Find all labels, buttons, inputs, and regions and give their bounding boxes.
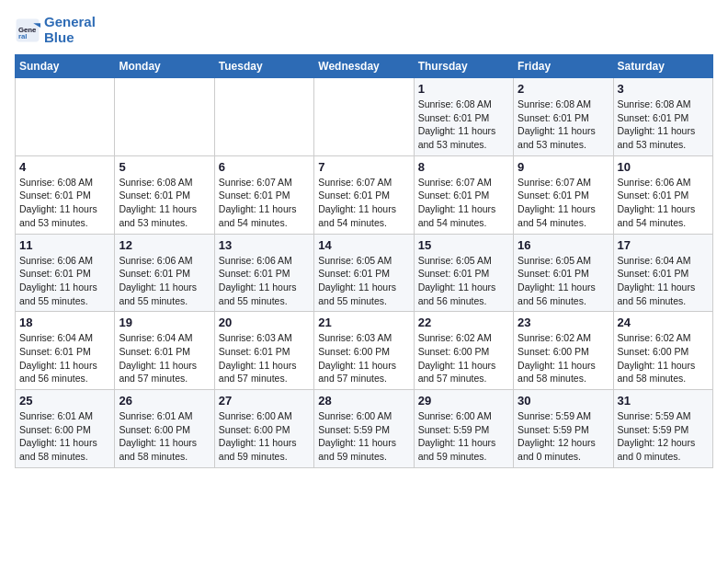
calendar-table: SundayMondayTuesdayWednesdayThursdayFrid… bbox=[15, 54, 713, 468]
day-number: 31 bbox=[618, 394, 709, 408]
calendar-cell: 17Sunrise: 6:04 AM Sunset: 6:01 PM Dayli… bbox=[613, 234, 712, 312]
day-number: 15 bbox=[418, 238, 509, 252]
day-number: 6 bbox=[219, 160, 310, 174]
day-info: Sunrise: 6:06 AM Sunset: 6:01 PM Dayligh… bbox=[119, 254, 210, 308]
weekday-header-saturday: Saturday bbox=[613, 55, 712, 78]
calendar-cell bbox=[16, 78, 115, 156]
day-number: 13 bbox=[219, 238, 310, 252]
day-number: 26 bbox=[119, 394, 210, 408]
logo-line2: Blue bbox=[44, 30, 96, 46]
day-info: Sunrise: 6:05 AM Sunset: 6:01 PM Dayligh… bbox=[418, 254, 509, 308]
day-info: Sunrise: 6:08 AM Sunset: 6:01 PM Dayligh… bbox=[418, 98, 509, 152]
calendar-cell: 15Sunrise: 6:05 AM Sunset: 6:01 PM Dayli… bbox=[414, 234, 513, 312]
day-number: 2 bbox=[518, 82, 609, 96]
day-number: 18 bbox=[19, 316, 110, 329]
day-info: Sunrise: 6:03 AM Sunset: 6:00 PM Dayligh… bbox=[318, 331, 409, 385]
calendar-cell: 5Sunrise: 6:08 AM Sunset: 6:01 PM Daylig… bbox=[115, 155, 214, 234]
day-info: Sunrise: 6:02 AM Sunset: 6:00 PM Dayligh… bbox=[418, 331, 509, 385]
week-row-1: 1Sunrise: 6:08 AM Sunset: 6:01 PM Daylig… bbox=[16, 78, 713, 156]
calendar-cell: 27Sunrise: 6:00 AM Sunset: 6:00 PM Dayli… bbox=[214, 390, 313, 468]
day-number: 4 bbox=[19, 160, 110, 174]
calendar-cell: 29Sunrise: 6:00 AM Sunset: 5:59 PM Dayli… bbox=[414, 390, 513, 468]
calendar-cell: 16Sunrise: 6:05 AM Sunset: 6:01 PM Dayli… bbox=[514, 234, 613, 312]
calendar-cell: 19Sunrise: 6:04 AM Sunset: 6:01 PM Dayli… bbox=[115, 312, 214, 390]
calendar-cell: 4Sunrise: 6:08 AM Sunset: 6:01 PM Daylig… bbox=[16, 155, 115, 234]
calendar-cell: 1Sunrise: 6:08 AM Sunset: 6:01 PM Daylig… bbox=[414, 78, 513, 156]
calendar-cell: 6Sunrise: 6:07 AM Sunset: 6:01 PM Daylig… bbox=[214, 155, 313, 234]
calendar-cell: 14Sunrise: 6:05 AM Sunset: 6:01 PM Dayli… bbox=[314, 234, 414, 312]
calendar-cell: 8Sunrise: 6:07 AM Sunset: 6:01 PM Daylig… bbox=[414, 155, 513, 234]
weekday-header-thursday: Thursday bbox=[414, 55, 513, 78]
day-info: Sunrise: 6:05 AM Sunset: 6:01 PM Dayligh… bbox=[318, 254, 409, 308]
calendar-cell: 26Sunrise: 6:01 AM Sunset: 6:00 PM Dayli… bbox=[115, 390, 214, 468]
day-number: 28 bbox=[318, 394, 409, 408]
week-row-3: 11Sunrise: 6:06 AM Sunset: 6:01 PM Dayli… bbox=[16, 234, 713, 312]
day-info: Sunrise: 6:07 AM Sunset: 6:01 PM Dayligh… bbox=[418, 176, 509, 230]
calendar-cell bbox=[115, 78, 214, 156]
day-info: Sunrise: 6:07 AM Sunset: 6:01 PM Dayligh… bbox=[518, 176, 609, 230]
calendar-cell: 24Sunrise: 6:02 AM Sunset: 6:00 PM Dayli… bbox=[613, 312, 712, 390]
day-number: 30 bbox=[518, 394, 609, 408]
day-info: Sunrise: 6:06 AM Sunset: 6:01 PM Dayligh… bbox=[219, 254, 310, 308]
day-info: Sunrise: 5:59 AM Sunset: 5:59 PM Dayligh… bbox=[518, 409, 609, 464]
day-info: Sunrise: 6:04 AM Sunset: 6:01 PM Dayligh… bbox=[618, 254, 709, 308]
day-info: Sunrise: 6:03 AM Sunset: 6:01 PM Dayligh… bbox=[219, 331, 310, 385]
day-info: Sunrise: 6:06 AM Sunset: 6:01 PM Dayligh… bbox=[618, 176, 709, 230]
day-number: 3 bbox=[618, 82, 709, 96]
calendar-cell: 10Sunrise: 6:06 AM Sunset: 6:01 PM Dayli… bbox=[613, 155, 712, 234]
weekday-header-friday: Friday bbox=[514, 55, 613, 78]
day-number: 10 bbox=[618, 160, 709, 174]
week-row-2: 4Sunrise: 6:08 AM Sunset: 6:01 PM Daylig… bbox=[16, 155, 713, 234]
calendar-cell: 25Sunrise: 6:01 AM Sunset: 6:00 PM Dayli… bbox=[16, 390, 115, 468]
logo: Gene ral General Blue bbox=[15, 15, 96, 45]
day-info: Sunrise: 6:08 AM Sunset: 6:01 PM Dayligh… bbox=[618, 98, 709, 152]
day-number: 11 bbox=[19, 238, 110, 252]
day-number: 29 bbox=[418, 394, 509, 408]
calendar-cell bbox=[214, 78, 313, 156]
day-number: 23 bbox=[518, 316, 609, 329]
day-info: Sunrise: 6:01 AM Sunset: 6:00 PM Dayligh… bbox=[119, 409, 210, 464]
day-info: Sunrise: 6:08 AM Sunset: 6:01 PM Dayligh… bbox=[119, 176, 210, 230]
day-info: Sunrise: 6:08 AM Sunset: 6:01 PM Dayligh… bbox=[19, 176, 110, 230]
calendar-cell: 22Sunrise: 6:02 AM Sunset: 6:00 PM Dayli… bbox=[414, 312, 513, 390]
day-number: 16 bbox=[518, 238, 609, 252]
day-info: Sunrise: 6:00 AM Sunset: 6:00 PM Dayligh… bbox=[219, 409, 310, 464]
logo-icon: Gene ral bbox=[15, 17, 40, 43]
day-info: Sunrise: 6:01 AM Sunset: 6:00 PM Dayligh… bbox=[19, 409, 110, 464]
day-info: Sunrise: 6:05 AM Sunset: 6:01 PM Dayligh… bbox=[518, 254, 609, 308]
calendar-cell: 20Sunrise: 6:03 AM Sunset: 6:01 PM Dayli… bbox=[214, 312, 313, 390]
weekday-header-sunday: Sunday bbox=[16, 55, 115, 78]
calendar-cell: 23Sunrise: 6:02 AM Sunset: 6:00 PM Dayli… bbox=[514, 312, 613, 390]
day-info: Sunrise: 6:07 AM Sunset: 6:01 PM Dayligh… bbox=[219, 176, 310, 230]
calendar-cell: 2Sunrise: 6:08 AM Sunset: 6:01 PM Daylig… bbox=[514, 78, 613, 156]
page-header: Gene ral General Blue bbox=[15, 15, 713, 45]
day-number: 22 bbox=[418, 316, 509, 329]
day-number: 12 bbox=[119, 238, 210, 252]
day-number: 1 bbox=[418, 82, 509, 96]
calendar-cell: 21Sunrise: 6:03 AM Sunset: 6:00 PM Dayli… bbox=[314, 312, 414, 390]
day-info: Sunrise: 6:06 AM Sunset: 6:01 PM Dayligh… bbox=[19, 254, 110, 308]
day-info: Sunrise: 6:02 AM Sunset: 6:00 PM Dayligh… bbox=[618, 331, 709, 385]
calendar-cell: 18Sunrise: 6:04 AM Sunset: 6:01 PM Dayli… bbox=[16, 312, 115, 390]
day-info: Sunrise: 6:04 AM Sunset: 6:01 PM Dayligh… bbox=[119, 331, 210, 385]
day-number: 20 bbox=[219, 316, 310, 329]
day-number: 7 bbox=[318, 160, 409, 174]
calendar-cell: 11Sunrise: 6:06 AM Sunset: 6:01 PM Dayli… bbox=[16, 234, 115, 312]
logo-line1: General bbox=[44, 15, 96, 30]
day-info: Sunrise: 6:00 AM Sunset: 5:59 PM Dayligh… bbox=[418, 409, 509, 464]
calendar-cell: 28Sunrise: 6:00 AM Sunset: 5:59 PM Dayli… bbox=[314, 390, 414, 468]
day-number: 5 bbox=[119, 160, 210, 174]
calendar-cell: 12Sunrise: 6:06 AM Sunset: 6:01 PM Dayli… bbox=[115, 234, 214, 312]
day-info: Sunrise: 5:59 AM Sunset: 5:59 PM Dayligh… bbox=[618, 409, 709, 464]
day-number: 14 bbox=[318, 238, 409, 252]
week-row-5: 25Sunrise: 6:01 AM Sunset: 6:00 PM Dayli… bbox=[16, 390, 713, 468]
svg-text:ral: ral bbox=[18, 32, 28, 40]
weekday-header-tuesday: Tuesday bbox=[214, 55, 313, 78]
calendar-cell: 30Sunrise: 5:59 AM Sunset: 5:59 PM Dayli… bbox=[514, 390, 613, 468]
calendar-cell bbox=[314, 78, 414, 156]
day-info: Sunrise: 6:08 AM Sunset: 6:01 PM Dayligh… bbox=[518, 98, 609, 152]
day-number: 8 bbox=[418, 160, 509, 174]
day-number: 27 bbox=[219, 394, 310, 408]
week-row-4: 18Sunrise: 6:04 AM Sunset: 6:01 PM Dayli… bbox=[16, 312, 713, 390]
day-info: Sunrise: 6:04 AM Sunset: 6:01 PM Dayligh… bbox=[19, 331, 110, 385]
